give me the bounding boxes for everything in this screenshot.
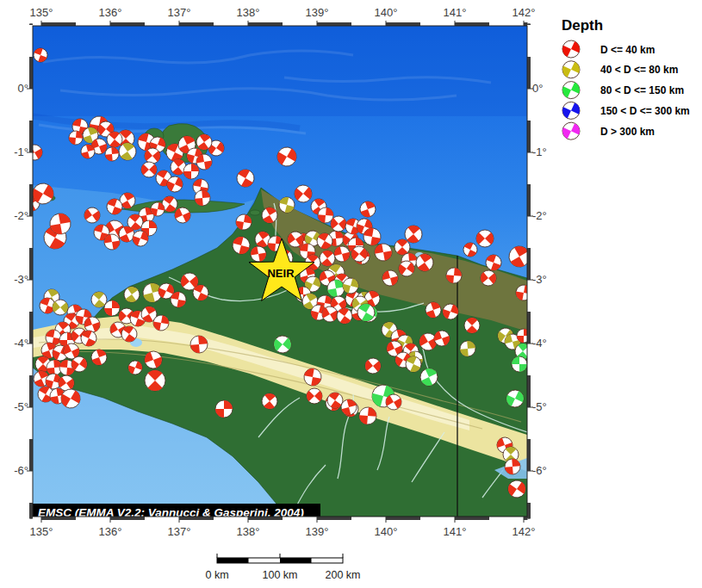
bottom-tick-label: 142°	[513, 525, 536, 538]
right-tick-label: -2°	[532, 209, 547, 222]
legend-beachball-icon	[560, 120, 583, 143]
beachball	[104, 300, 120, 316]
bottom-tick-label: 135°	[30, 525, 53, 538]
legend-beachball-icon	[560, 59, 583, 82]
bottom-axis-labels: 135°136°137°138°139°140°141°142°	[30, 525, 536, 538]
left-tick-label: -4°	[14, 337, 28, 350]
seismicity-map: NEIR EMSC (EMMA V2.2; Vannucci & Gasperi…	[0, 0, 702, 588]
depth-legend: Depth D <= 40 km40 < D <= 80 km80 < D <=…	[560, 17, 690, 142]
right-tick-label: -3°	[532, 273, 547, 286]
bottom-tick-label: 136°	[99, 525, 122, 538]
bottom-tick-label: 141°	[444, 525, 467, 538]
scale-bar: 0 km 100 km 200 km	[205, 554, 360, 581]
beachball	[183, 164, 199, 179]
scale-label-0: 0 km	[205, 569, 228, 581]
right-tick-label: 0°	[532, 82, 543, 95]
top-tick-label: 138°	[237, 6, 260, 19]
top-tick-label: 135°	[30, 6, 53, 19]
top-tick-label: 142°	[513, 6, 536, 19]
scale-label-200: 200 km	[326, 569, 361, 581]
legend-title: Depth	[562, 17, 603, 34]
beachball	[512, 356, 527, 372]
legend-item-label: D <= 40 km	[600, 44, 655, 56]
legend-item-label: 40 < D <= 80 km	[600, 64, 678, 76]
top-tick-label: 140°	[375, 6, 398, 19]
bottom-tick-label: 137°	[168, 525, 191, 538]
left-tick-label: -5°	[14, 400, 28, 413]
legend-beachball-icon	[560, 99, 583, 122]
bottom-tick-label: 139°	[306, 525, 329, 538]
top-axis-labels: 135°136°137°138°139°140°141°142°	[30, 6, 536, 19]
scale-label-100: 100 km	[263, 569, 298, 581]
legend-item-label: D > 300 km	[600, 126, 655, 138]
legend-item-label: 80 < D <= 150 km	[600, 84, 684, 96]
left-tick-label: -3°	[14, 273, 28, 286]
deep-ocean-band	[33, 26, 527, 116]
right-tick-label: -6°	[532, 464, 547, 477]
left-axis-labels: 0°-1°-2°-3°-4°-5°-6°	[14, 82, 28, 477]
left-tick-label: -2°	[14, 209, 28, 222]
left-tick-label: -6°	[14, 464, 28, 477]
top-tick-label: 141°	[444, 6, 467, 19]
right-tick-label: -4°	[532, 337, 547, 350]
legend-beachball-icon	[560, 38, 583, 61]
bottom-tick-label: 140°	[375, 525, 398, 538]
right-axis-labels: 0°-1°-2°-3°-4°-5°-6°	[532, 82, 547, 477]
right-tick-label: -1°	[532, 145, 547, 158]
beachball	[215, 400, 233, 418]
star-label: NEIR	[267, 267, 295, 280]
legend-item-label: 150 < D <= 300 km	[600, 105, 690, 117]
left-tick-label: 0°	[18, 82, 28, 95]
top-tick-label: 136°	[99, 6, 122, 19]
left-tick-label: -1°	[14, 145, 28, 158]
top-tick-label: 139°	[306, 6, 329, 19]
top-tick-label: 137°	[168, 6, 191, 19]
bottom-tick-label: 138°	[237, 525, 260, 538]
legend-beachball-icon	[560, 78, 583, 102]
legend-rows: D <= 40 km40 < D <= 80 km80 < D <= 150 k…	[560, 38, 690, 143]
map-canvas: NEIR EMSC (EMMA V2.2; Vannucci & Gasperi…	[22, 26, 534, 520]
right-tick-label: -5°	[532, 400, 547, 413]
